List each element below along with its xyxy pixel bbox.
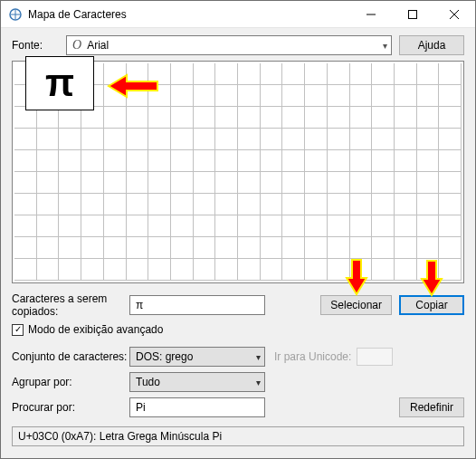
grid-cell[interactable]: [171, 63, 194, 85]
grid-cell[interactable]: [350, 107, 373, 129]
grid-cell[interactable]: [417, 237, 440, 259]
grid-cell[interactable]: [439, 63, 462, 85]
grid-cell[interactable]: [59, 172, 81, 194]
charset-combo[interactable]: DOS: grego ▾: [129, 347, 265, 367]
grid-cell[interactable]: [439, 172, 462, 194]
grid-cell[interactable]: [127, 129, 149, 150]
grid-cell[interactable]: [148, 129, 171, 150]
grid-cell[interactable]: [238, 194, 261, 215]
grid-cell[interactable]: [104, 85, 127, 107]
grid-cell[interactable]: [37, 194, 60, 215]
grid-cell[interactable]: [328, 107, 350, 129]
grid-cell[interactable]: [215, 215, 238, 237]
grid-cell[interactable]: [350, 259, 373, 281]
grid-cell[interactable]: [171, 259, 194, 281]
grid-cell[interactable]: [417, 172, 440, 194]
grid-cell[interactable]: [148, 63, 171, 85]
grid-cell[interactable]: [372, 150, 395, 172]
grid-cell[interactable]: [37, 129, 60, 150]
grid-cell[interactable]: [439, 129, 462, 150]
font-combo[interactable]: O Arial ▾: [66, 35, 392, 55]
grid-cell[interactable]: [215, 150, 238, 172]
grid-cell[interactable]: [104, 63, 127, 85]
grid-cell[interactable]: [215, 129, 238, 150]
grid-cell[interactable]: [215, 259, 238, 281]
grid-cell[interactable]: [417, 85, 440, 107]
grid-cell[interactable]: [171, 237, 194, 259]
grid-cell[interactable]: [261, 63, 283, 85]
grid-cell[interactable]: [350, 172, 373, 194]
grid-cell[interactable]: [282, 85, 305, 107]
grid-cell[interactable]: [194, 107, 216, 129]
grid-cell[interactable]: [328, 150, 350, 172]
grid-cell[interactable]: [328, 85, 350, 107]
grid-cell[interactable]: [127, 215, 149, 237]
grid-cell[interactable]: [127, 63, 149, 85]
grid-cell[interactable]: [305, 237, 328, 259]
grid-cell[interactable]: [305, 215, 328, 237]
grid-cell[interactable]: [372, 172, 395, 194]
grid-cell[interactable]: [148, 215, 171, 237]
grid-cell[interactable]: [261, 194, 283, 215]
grid-cell[interactable]: [194, 172, 216, 194]
grid-cell[interactable]: [104, 215, 127, 237]
grid-cell[interactable]: [395, 194, 417, 215]
grid-cell[interactable]: [81, 172, 104, 194]
grid-cell[interactable]: [328, 129, 350, 150]
grid-cell[interactable]: [305, 63, 328, 85]
grid-cell[interactable]: [215, 237, 238, 259]
grid-cell[interactable]: [148, 85, 171, 107]
grid-cell[interactable]: [282, 237, 305, 259]
grid-cell[interactable]: [328, 259, 350, 281]
grid-cell[interactable]: [194, 85, 216, 107]
grid-cell[interactable]: [328, 194, 350, 215]
grid-cell[interactable]: [194, 194, 216, 215]
grid-cell[interactable]: [417, 129, 440, 150]
grid-cell[interactable]: [104, 259, 127, 281]
grid-cell[interactable]: [395, 259, 417, 281]
grid-cell[interactable]: [14, 172, 37, 194]
grid-cell[interactable]: [238, 85, 261, 107]
grid-cell[interactable]: [372, 107, 395, 129]
grid-cell[interactable]: [417, 63, 440, 85]
grid-cell[interactable]: [81, 194, 104, 215]
grid-cell[interactable]: [14, 194, 37, 215]
grid-cell[interactable]: [14, 237, 37, 259]
grid-cell[interactable]: [37, 237, 60, 259]
grid-cell[interactable]: [305, 107, 328, 129]
grid-cell[interactable]: [238, 107, 261, 129]
grid-cell[interactable]: [395, 85, 417, 107]
grid-cell[interactable]: [171, 85, 194, 107]
grid-cell[interactable]: [127, 150, 149, 172]
maximize-button[interactable]: [392, 1, 433, 28]
grid-cell[interactable]: [171, 129, 194, 150]
grid-cell[interactable]: [372, 259, 395, 281]
grid-cell[interactable]: [439, 85, 462, 107]
grid-cell[interactable]: [439, 259, 462, 281]
grid-cell[interactable]: [194, 150, 216, 172]
grid-cell[interactable]: [194, 259, 216, 281]
grid-cell[interactable]: [194, 129, 216, 150]
grid-cell[interactable]: [372, 237, 395, 259]
grid-cell[interactable]: [238, 63, 261, 85]
grid-cell[interactable]: [59, 215, 81, 237]
grid-cell[interactable]: [395, 150, 417, 172]
grid-cell[interactable]: [238, 259, 261, 281]
grid-cell[interactable]: [37, 150, 60, 172]
grid-cell[interactable]: [238, 215, 261, 237]
grid-cell[interactable]: [81, 150, 104, 172]
grid-cell[interactable]: [104, 194, 127, 215]
grid-cell[interactable]: [14, 150, 37, 172]
grid-cell[interactable]: [37, 259, 60, 281]
grid-cell[interactable]: [215, 63, 238, 85]
grid-cell[interactable]: [417, 259, 440, 281]
grid-cell[interactable]: [104, 150, 127, 172]
grid-cell[interactable]: [148, 172, 171, 194]
grid-cell[interactable]: [282, 259, 305, 281]
grid-cell[interactable]: [127, 85, 149, 107]
grid-cell[interactable]: [328, 237, 350, 259]
grid-cell[interactable]: [350, 85, 373, 107]
grid-cell[interactable]: [395, 237, 417, 259]
grid-cell[interactable]: [350, 129, 373, 150]
grid-cell[interactable]: [350, 150, 373, 172]
